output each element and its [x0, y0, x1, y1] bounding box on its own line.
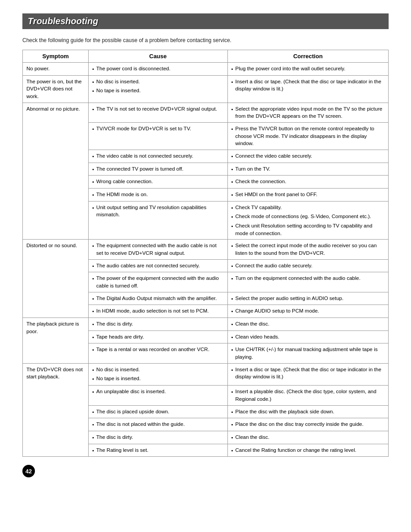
bullet-icon: •: [92, 262, 94, 270]
list-item: •The audio cables are not connected secu…: [92, 262, 223, 270]
cause-cell: •The TV is not set to receive DVD+VCR si…: [89, 103, 227, 122]
bullet-icon: •: [231, 166, 233, 173]
list-item: •Connect the video cable securely.: [231, 152, 385, 160]
list-item: •Change AUDIO setup to PCM mode.: [231, 307, 385, 315]
correction-cell: •Check TV capability.•Check mode of conn…: [227, 201, 389, 240]
correction-cell: •Use CH/TRK (+/-) for manual tracking ad…: [227, 343, 389, 363]
bullet-icon: •: [231, 447, 233, 455]
bullet-icon: •: [231, 242, 233, 250]
list-item: •Insert a disc or tape. (Check that the …: [231, 366, 385, 381]
bullet-icon: •: [92, 334, 94, 341]
list-item: •Turn on the equipment connected with th…: [231, 275, 385, 283]
cause-cell: •The Rating level is set.: [89, 444, 227, 457]
bullet-icon: •: [231, 408, 233, 416]
cause-cell: •The disc is not placed within the guide…: [89, 418, 227, 431]
correction-cell: •Plug the power cord into the wall outle…: [227, 63, 389, 76]
list-item: •Clean the disc.: [231, 433, 385, 442]
intro-text: Check the following guide for the possib…: [22, 37, 389, 43]
header-cause: Cause: [89, 50, 227, 63]
bullet-icon: •: [231, 262, 233, 270]
list-item: •Insert a playable disc. (Check the disc…: [231, 388, 385, 403]
list-item: •No disc is inserted.: [92, 366, 223, 374]
bullet-icon: •: [231, 213, 233, 221]
symptom-cell: No power.: [23, 63, 89, 76]
list-item: •Tape heads are dirty.: [92, 333, 223, 341]
bullet-icon: •: [92, 178, 94, 186]
bullet-icon: •: [231, 78, 233, 86]
cause-cell: •The video cable is not connected secure…: [89, 150, 227, 163]
list-item: •Clean video heads.: [231, 333, 385, 341]
list-item: •The power of the equipment connected wi…: [92, 275, 223, 289]
cause-cell: •In HDMI mode, audio selection is not se…: [89, 305, 227, 318]
bullet-icon: •: [231, 295, 233, 303]
list-item: •Check unit Resolution setting according…: [231, 222, 385, 237]
bullet-icon: •: [231, 275, 233, 283]
list-item: •Use CH/TRK (+/-) for manual tracking ad…: [231, 346, 385, 360]
symptom-cell: Distorted or no sound.: [23, 240, 89, 318]
correction-cell: •Select the correct input mode of the au…: [227, 240, 389, 259]
bullet-icon: •: [92, 242, 94, 250]
list-item: •No tape is inserted.: [92, 87, 223, 95]
bullet-icon: •: [92, 125, 94, 133]
bullet-icon: •: [231, 388, 233, 396]
bullet-icon: •: [231, 178, 233, 186]
bullet-icon: •: [231, 421, 233, 429]
list-item: •The connected TV power is turned off.: [92, 165, 223, 173]
cause-cell: •Tape heads are dirty.: [89, 330, 227, 343]
cause-cell: •The disc is placed upside down.: [89, 405, 227, 418]
cause-cell: •The power of the equipment connected wi…: [89, 272, 227, 292]
cause-cell: •Unit output setting and TV resolution c…: [89, 201, 227, 240]
list-item: •The Rating level is set.: [92, 446, 223, 455]
correction-cell: •Press the TV/VCR button on the remote c…: [227, 123, 389, 150]
list-item: •Tape is a rental or was recorded on ano…: [92, 346, 223, 354]
list-item: •Insert a disc or tape. (Check that the …: [231, 78, 385, 93]
list-item: •Place the disc with the playback side d…: [231, 408, 385, 416]
header-correction: Correction: [227, 50, 389, 63]
bullet-icon: •: [92, 295, 94, 303]
correction-cell: •Place the disc with the playback side d…: [227, 405, 389, 418]
cause-cell: •An unplayable disc is inserted.: [89, 386, 227, 405]
cause-cell: •The equipment connected with the audio …: [89, 240, 227, 259]
cause-cell: •The audio cables are not connected secu…: [89, 259, 227, 272]
bullet-icon: •: [92, 166, 94, 173]
bullet-icon: •: [92, 408, 94, 416]
correction-cell: •Set HMDI on the front panel to OFF.: [227, 189, 389, 202]
cause-cell: •The power cord is disconnected.: [89, 63, 227, 76]
list-item: •Plug the power cord into the wall outle…: [231, 65, 385, 73]
list-item: •TV/VCR mode for DVD+VCR is set to TV.: [92, 125, 223, 133]
list-item: •Set HMDI on the front panel to OFF.: [231, 191, 385, 199]
list-item: •An unplayable disc is inserted.: [92, 388, 223, 396]
list-item: •Unit output setting and TV resolution c…: [92, 204, 223, 219]
cause-cell: •No disc is inserted.•No tape is inserte…: [89, 75, 227, 103]
bullet-icon: •: [92, 275, 94, 283]
symptom-cell: The DVD+VCR does not start playback.: [23, 363, 89, 456]
list-item: •Press the TV/VCR button on the remote c…: [231, 125, 385, 147]
list-item: •The TV is not set to receive DVD+VCR si…: [92, 105, 223, 113]
list-item: •In HDMI mode, audio selection is not se…: [92, 307, 223, 315]
list-item: •Select the correct input mode of the au…: [231, 242, 385, 257]
cause-cell: •The HDMI mode is on.: [89, 189, 227, 202]
page-title: Troubleshooting: [28, 16, 383, 26]
bullet-icon: •: [231, 434, 233, 442]
cause-cell: •TV/VCR mode for DVD+VCR is set to TV.: [89, 123, 227, 150]
cause-cell: •The Digital Audio Output mismatch with …: [89, 292, 227, 305]
correction-cell: •Clean the disc.: [227, 431, 389, 444]
bullet-icon: •: [231, 65, 233, 73]
list-item: •No disc is inserted.: [92, 78, 223, 86]
bullet-icon: •: [92, 308, 94, 315]
bullet-icon: •: [231, 223, 233, 230]
correction-cell: •Turn on the TV.: [227, 163, 389, 176]
correction-cell: •Change AUDIO setup to PCM mode.: [227, 305, 389, 318]
correction-cell: •Connect the audio cable securely.: [227, 259, 389, 272]
cause-cell: •No disc is inserted.•No tape is inserte…: [89, 363, 227, 385]
bullet-icon: •: [92, 87, 94, 95]
list-item: •Check TV capability.: [231, 204, 385, 212]
list-item: •The HDMI mode is on.: [92, 191, 223, 199]
correction-cell: •Insert a disc or tape. (Check that the …: [227, 363, 389, 385]
cause-cell: •Tape is a rental or was recorded on ano…: [89, 343, 227, 363]
bullet-icon: •: [92, 191, 94, 199]
cause-cell: •Wrong cable connection.: [89, 176, 227, 189]
bullet-icon: •: [92, 65, 94, 73]
list-item: •Wrong cable connection.: [92, 178, 223, 186]
bullet-icon: •: [92, 321, 94, 328]
